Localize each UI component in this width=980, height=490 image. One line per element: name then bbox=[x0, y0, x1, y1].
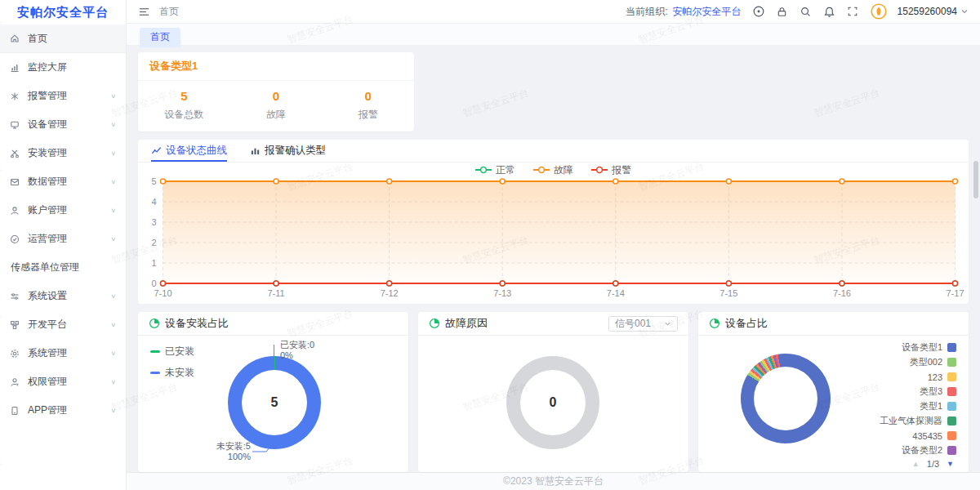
legend-marker bbox=[947, 372, 956, 381]
legend-label: 类型3 bbox=[920, 385, 942, 398]
chevron-down-icon: ∨ bbox=[110, 150, 116, 157]
sidebar-item-label: 安装管理 bbox=[28, 146, 67, 160]
legend-item-类型1[interactable]: 类型1 bbox=[920, 402, 956, 411]
sidebar-item-9[interactable]: 系统设置∨ bbox=[0, 282, 126, 310]
legend-label: 设备类型1 bbox=[902, 341, 942, 354]
legend-marker bbox=[533, 166, 550, 174]
sidebar-item-label: 首页 bbox=[28, 32, 47, 46]
user-phone-dropdown[interactable]: 15259260094 bbox=[898, 6, 969, 17]
sidebar-item-13[interactable]: APP管理∨ bbox=[0, 396, 126, 425]
line-chart-legend: 正常 故障 报警 bbox=[138, 163, 969, 177]
legend-item-报警[interactable]: 报警 bbox=[591, 163, 631, 177]
legend-label: 123 bbox=[928, 372, 942, 382]
legend-label: 设备类型2 bbox=[902, 444, 942, 457]
install-total: 5 bbox=[271, 395, 278, 410]
tab-strip: 首页 bbox=[127, 24, 980, 46]
lock-icon[interactable] bbox=[776, 5, 789, 18]
svg-text:4: 4 bbox=[151, 197, 156, 207]
fullscreen-icon[interactable] bbox=[847, 5, 860, 18]
callout-leader-line bbox=[274, 345, 274, 356]
service-icon[interactable] bbox=[752, 5, 765, 18]
search-icon[interactable] bbox=[800, 5, 813, 18]
sidebar-item-10[interactable]: 开发平台∨ bbox=[0, 310, 126, 339]
sidebar-item-2[interactable]: 报警管理∨ bbox=[0, 82, 126, 110]
legend-label: 类型1 bbox=[920, 400, 942, 412]
panel-title: 故障原因 bbox=[445, 316, 488, 331]
uninstalled-callout: 未安装:5 100% bbox=[185, 441, 251, 462]
select-value: 信号001 bbox=[615, 317, 651, 331]
legend-label: 已安装 bbox=[165, 345, 194, 359]
legend-item-设备类型1[interactable]: 设备类型1 bbox=[902, 343, 956, 352]
avatar[interactable] bbox=[871, 3, 887, 20]
chevron-down-icon: ∨ bbox=[110, 122, 116, 128]
sidebar-item-12[interactable]: 权限管理∨ bbox=[0, 368, 126, 396]
legend-item-435435[interactable]: 435435 bbox=[912, 431, 956, 440]
sidebar-item-1[interactable]: 监控大屏 bbox=[0, 53, 126, 82]
svg-text:3: 3 bbox=[151, 217, 156, 227]
sidebar-item-4[interactable]: 安装管理∨ bbox=[0, 139, 126, 167]
app-icon bbox=[10, 406, 21, 416]
chart-tab-label: 报警确认类型 bbox=[265, 144, 326, 158]
sidebar-item-label: 设备管理 bbox=[28, 118, 67, 131]
stat-1: 0 故障 bbox=[230, 89, 323, 122]
stat-label: 设备总数 bbox=[138, 108, 230, 122]
stat-2: 0 报警 bbox=[322, 89, 414, 122]
tab-device-status-curve[interactable]: 设备状态曲线 bbox=[151, 140, 227, 162]
sidebar-item-3[interactable]: 设备管理∨ bbox=[0, 110, 126, 139]
sidebar-item-6[interactable]: 账户管理∨ bbox=[0, 196, 126, 225]
sidebar-item-8[interactable]: 传感器单位管理 bbox=[0, 253, 126, 282]
legend-item-类型3[interactable]: 类型3 bbox=[920, 387, 956, 396]
sidebar-item-7[interactable]: 运营管理∨ bbox=[0, 225, 126, 253]
svg-text:1: 1 bbox=[151, 258, 156, 268]
sidebar-item-label: 开发平台 bbox=[28, 318, 67, 332]
footer-copyright: ©2023 智慧安全云平台 bbox=[127, 472, 980, 490]
settings-icon bbox=[10, 292, 21, 301]
legend-label: 435435 bbox=[912, 431, 942, 441]
bell-icon[interactable] bbox=[823, 5, 836, 18]
legend-item-类型002[interactable]: 类型002 bbox=[910, 358, 956, 367]
sidebar-item-label: 监控大屏 bbox=[28, 60, 67, 74]
chevron-down-icon: ∨ bbox=[110, 179, 116, 185]
sidebar-item-label: 数据管理 bbox=[28, 175, 67, 189]
sidebar-item-label: 传感器单位管理 bbox=[11, 261, 79, 274]
fault-donut-chart: 0 bbox=[506, 356, 599, 449]
sidebar-item-0[interactable]: 首页 bbox=[0, 24, 126, 53]
legend-item-工业气体探测器[interactable]: 工业气体探测器 bbox=[880, 416, 956, 425]
svg-text:7-13: 7-13 bbox=[493, 288, 511, 298]
scrollbar[interactable] bbox=[973, 161, 978, 198]
bottom-panels: 设备安装占比 已安装 未安装 5 已安装:0 0% bbox=[138, 312, 969, 472]
legend-pager: ▲ 1/3 ▼ bbox=[912, 459, 954, 469]
legend-item-设备类型2[interactable]: 设备类型2 bbox=[902, 446, 956, 455]
legend-label: 正常 bbox=[496, 163, 515, 177]
legend-label: 工业气体探测器 bbox=[880, 415, 942, 427]
install-legend: 已安装 未安装 bbox=[150, 345, 194, 380]
current-org-link[interactable]: 安帕尔安全平台 bbox=[673, 5, 742, 19]
install-icon bbox=[10, 149, 21, 158]
legend-item-123[interactable]: 123 bbox=[928, 372, 956, 381]
device-type-title: 设备类型1 bbox=[138, 52, 414, 81]
legend-marker bbox=[947, 446, 956, 455]
chevron-down-icon: ∨ bbox=[110, 293, 116, 300]
legend-item-故障[interactable]: 故障 bbox=[533, 163, 573, 177]
sidebar-item-5[interactable]: 数据管理∨ bbox=[0, 167, 126, 196]
legend-label: 报警 bbox=[612, 163, 631, 177]
page-indicator: 1/3 bbox=[927, 459, 939, 469]
dev-icon bbox=[10, 320, 21, 330]
fault-signal-select[interactable]: 信号001 bbox=[608, 316, 678, 332]
legend-item-未安装[interactable]: 未安装 bbox=[150, 366, 194, 380]
alarm-icon bbox=[10, 91, 21, 101]
menu-collapse-icon[interactable] bbox=[138, 5, 151, 18]
svg-text:7-10: 7-10 bbox=[154, 288, 172, 298]
tab-alarm-confirm-type[interactable]: 报警确认类型 bbox=[250, 140, 326, 162]
page-down-icon[interactable]: ▼ bbox=[947, 460, 954, 468]
page-up-icon[interactable]: ▲ bbox=[912, 460, 920, 468]
legend-item-已安装[interactable]: 已安装 bbox=[150, 345, 194, 359]
chevron-down-icon: ∨ bbox=[110, 350, 116, 357]
sidebar-item-11[interactable]: 系统管理∨ bbox=[0, 339, 126, 368]
bar-chart-icon bbox=[250, 145, 261, 156]
tab-home[interactable]: 首页 bbox=[140, 28, 180, 47]
stat-value: 5 bbox=[138, 89, 230, 103]
legend-item-正常[interactable]: 正常 bbox=[475, 163, 515, 177]
svg-text:7-15: 7-15 bbox=[719, 288, 737, 298]
gear-icon bbox=[10, 349, 21, 359]
